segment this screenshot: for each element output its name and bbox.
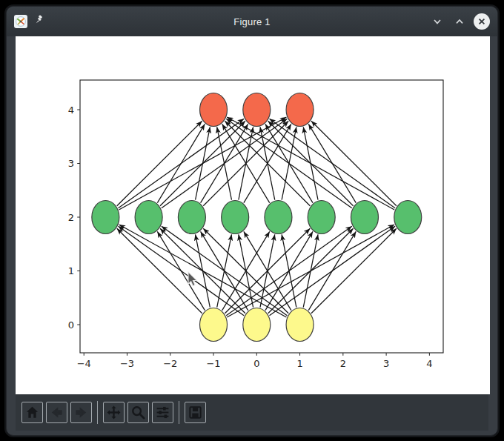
- back-button[interactable]: [46, 402, 67, 423]
- navigation-toolbar: [16, 394, 488, 431]
- network-node-input: [200, 308, 228, 342]
- pan-button[interactable]: [103, 402, 125, 423]
- chevron-up-icon: [453, 15, 466, 28]
- x-tick: −2: [163, 353, 177, 369]
- svg-text:2: 2: [340, 358, 346, 369]
- move-icon: [106, 405, 122, 420]
- svg-text:3: 3: [68, 158, 74, 169]
- x-tick: 0: [253, 353, 259, 369]
- close-x-icon: [477, 16, 487, 27]
- maximize-button[interactable]: [451, 13, 468, 30]
- svg-text:2: 2: [68, 212, 74, 223]
- x-tick: 4: [426, 353, 432, 369]
- svg-text:−3: −3: [120, 358, 134, 369]
- home-icon: [24, 405, 40, 420]
- magnifier-icon: [130, 405, 146, 420]
- svg-text:4: 4: [426, 358, 432, 369]
- svg-text:4: 4: [68, 105, 74, 116]
- y-tick: 3: [68, 158, 80, 169]
- svg-text:1: 1: [68, 265, 74, 276]
- figure-window: Figure 1 −4−3−2−10123401234: [6, 6, 498, 436]
- home-button[interactable]: [21, 402, 43, 423]
- subplots-button[interactable]: [152, 402, 173, 423]
- close-button[interactable]: [474, 13, 490, 30]
- chevron-down-icon: [431, 15, 444, 28]
- minimize-button[interactable]: [429, 13, 445, 30]
- network-node-output: [243, 93, 271, 127]
- figure-canvas[interactable]: −4−3−2−10123401234: [16, 36, 490, 394]
- arrow-right-icon: [73, 405, 89, 420]
- network-node-output: [200, 93, 228, 127]
- network-node-input: [243, 308, 271, 342]
- forward-button[interactable]: [70, 402, 92, 423]
- svg-text:0: 0: [253, 358, 259, 369]
- x-tick: −3: [120, 353, 134, 369]
- save-button[interactable]: [185, 402, 206, 423]
- network-node-hidden: [308, 201, 335, 234]
- sliders-icon: [155, 405, 170, 420]
- y-tick: 0: [68, 319, 80, 331]
- x-tick: 3: [383, 353, 389, 369]
- network-node-hidden: [92, 201, 119, 234]
- y-tick: 1: [68, 265, 80, 276]
- y-tick: 4: [68, 105, 80, 116]
- x-tick: 2: [340, 353, 346, 369]
- network-node-hidden: [222, 201, 249, 234]
- svg-text:1: 1: [296, 358, 302, 369]
- y-tick: 2: [68, 212, 80, 223]
- svg-text:0: 0: [68, 319, 74, 331]
- svg-text:−2: −2: [163, 358, 177, 369]
- zoom-button[interactable]: [127, 402, 149, 423]
- x-tick: −4: [77, 353, 91, 369]
- titlebar[interactable]: Figure 1: [7, 7, 497, 36]
- svg-text:3: 3: [383, 358, 389, 369]
- network-node-output: [286, 93, 314, 127]
- arrow-left-icon: [49, 405, 64, 420]
- svg-text:−4: −4: [77, 358, 91, 369]
- network-node-hidden: [351, 201, 378, 234]
- floppy-disk-icon: [188, 405, 203, 420]
- network-node-hidden: [394, 201, 422, 234]
- network-node-hidden: [135, 201, 162, 234]
- window-title: Figure 1: [7, 16, 497, 27]
- plot-area[interactable]: −4−3−2−10123401234: [16, 36, 490, 394]
- network-node-input: [286, 308, 314, 342]
- network-node-hidden: [265, 201, 292, 234]
- x-tick: 1: [296, 353, 302, 369]
- x-tick: −1: [206, 353, 220, 369]
- toolbar-separator: [97, 401, 98, 424]
- svg-text:−1: −1: [206, 358, 220, 369]
- network-node-hidden: [178, 201, 205, 234]
- toolbar-separator: [179, 401, 179, 424]
